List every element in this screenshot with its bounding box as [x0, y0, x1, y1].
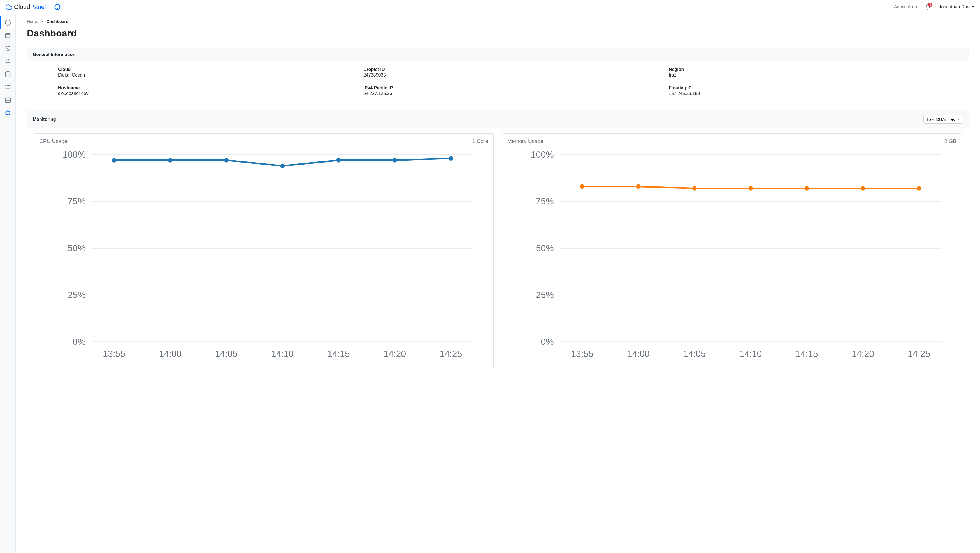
server-icon: [5, 97, 11, 103]
info-label: Cloud: [58, 67, 352, 72]
svg-text:14:20: 14:20: [383, 349, 406, 359]
info-grid: Cloud Digital Ocean Droplet ID 247389035…: [33, 67, 963, 96]
cloud-logo-icon: [6, 4, 12, 10]
chevron-down-icon: [972, 6, 974, 8]
svg-text:50%: 50%: [536, 243, 554, 253]
charts-row: CPU Usage 1 Core 0%25%50%75%100%13:5514:…: [33, 134, 963, 369]
sidebar-item-databases[interactable]: [0, 68, 16, 81]
svg-point-62: [748, 186, 753, 191]
chevron-down-icon: [957, 119, 959, 120]
info-item-floating-ip: Floating IP 157.245.23.183: [669, 86, 963, 96]
user-name: Johnathan Doe: [939, 5, 969, 10]
svg-point-59: [580, 184, 584, 189]
notification-badge: 0: [928, 3, 932, 7]
list-check-icon: [5, 84, 11, 90]
monitoring-body: CPU Usage 1 Core 0%25%50%75%100%13:5514:…: [27, 128, 969, 377]
svg-text:14:10: 14:10: [271, 349, 294, 359]
sidebar-item-cron[interactable]: [0, 81, 16, 94]
database-icon: [5, 71, 11, 77]
svg-point-39: [336, 158, 341, 163]
breadcrumb-home[interactable]: Home: [27, 19, 38, 24]
svg-rect-4: [5, 33, 10, 38]
svg-text:25%: 25%: [67, 290, 86, 300]
info-value: Digital Ocean: [58, 73, 352, 78]
general-info-body: Cloud Digital Ocean Droplet ID 247389035…: [27, 61, 969, 104]
monitoring-header: Monitoring Last 30 Minutes: [27, 111, 969, 128]
info-value: 157.245.23.183: [669, 91, 963, 96]
svg-text:50%: 50%: [67, 243, 86, 253]
user-menu[interactable]: Johnathan Doe: [939, 5, 974, 10]
info-label: Region: [669, 67, 963, 72]
svg-point-35: [112, 158, 116, 163]
topbar-left: CloudPanel: [6, 3, 61, 11]
svg-text:0%: 0%: [73, 336, 86, 347]
svg-point-61: [692, 186, 697, 191]
info-item-region: Region fra1: [669, 67, 963, 78]
breadcrumb: Home Dashboard: [27, 19, 969, 24]
svg-text:14:25: 14:25: [908, 349, 930, 359]
memory-chart-subtitle: 2 GB: [944, 138, 956, 144]
svg-text:14:20: 14:20: [852, 349, 874, 359]
digitalocean-logo-icon[interactable]: [54, 4, 61, 10]
logo[interactable]: CloudPanel: [6, 3, 46, 11]
svg-rect-2: [56, 9, 57, 10]
svg-point-64: [861, 186, 865, 191]
svg-point-38: [280, 164, 285, 168]
info-label: Hostname: [58, 86, 352, 91]
svg-point-6: [7, 59, 9, 61]
monitoring-card: Monitoring Last 30 Minutes CPU Usage 1 C…: [27, 111, 969, 377]
info-label: Floating IP: [669, 86, 963, 91]
general-info-header: General Information: [27, 48, 969, 61]
svg-rect-17: [6, 115, 7, 115]
info-value: cloudpanel-dev: [58, 91, 352, 96]
gauge-icon: [5, 20, 11, 26]
breadcrumb-current: Dashboard: [46, 19, 68, 24]
sidebar-item-sites[interactable]: [0, 29, 16, 42]
admin-area-link[interactable]: Admin Area: [894, 5, 917, 10]
svg-text:25%: 25%: [536, 290, 554, 300]
svg-point-65: [917, 186, 921, 191]
svg-point-60: [636, 184, 641, 189]
svg-point-41: [449, 156, 453, 161]
svg-point-7: [5, 72, 10, 73]
svg-text:14:15: 14:15: [328, 349, 350, 359]
sidebar-item-digitalocean[interactable]: [0, 107, 16, 120]
info-value: fra1: [669, 73, 963, 78]
layout: Home Dashboard Dashboard General Informa…: [0, 14, 980, 553]
logo-text: CloudPanel: [14, 3, 46, 11]
svg-text:14:05: 14:05: [683, 349, 706, 359]
info-label: IPv4 Public IP: [363, 86, 657, 91]
info-item-hostname: Hostname cloudpanel-dev: [58, 86, 352, 96]
sidebar-item-users[interactable]: [0, 55, 16, 68]
shield-icon: [5, 45, 11, 52]
svg-text:14:05: 14:05: [215, 349, 237, 359]
info-item-ipv4: IPv4 Public IP 64.227.125.26: [363, 86, 657, 96]
svg-text:14:10: 14:10: [739, 349, 762, 359]
logo-text-panel: Panel: [30, 3, 46, 10]
svg-text:0%: 0%: [541, 336, 554, 347]
svg-text:14:00: 14:00: [627, 349, 649, 359]
info-value: 247389035: [363, 73, 657, 78]
svg-rect-1: [57, 8, 58, 9]
sidebar-item-services[interactable]: [0, 94, 16, 107]
chevron-right-icon: [41, 19, 44, 24]
svg-point-36: [168, 158, 173, 163]
cpu-chart-card: CPU Usage 1 Core 0%25%50%75%100%13:5514:…: [34, 134, 494, 369]
page-title: Dashboard: [27, 28, 969, 42]
sidebar-item-security[interactable]: [0, 42, 16, 55]
divider: [50, 4, 50, 10]
info-value: 64.227.125.26: [363, 91, 657, 96]
notifications-button[interactable]: 0: [925, 4, 931, 10]
logo-text-cloud: Cloud: [14, 3, 30, 10]
svg-text:13:55: 13:55: [571, 349, 593, 359]
info-item-cloud: Cloud Digital Ocean: [58, 67, 352, 78]
sidebar-item-dashboard[interactable]: [0, 16, 16, 29]
cpu-chart-subtitle: 1 Core: [473, 138, 488, 144]
main-content: Home Dashboard Dashboard General Informa…: [16, 14, 980, 553]
svg-rect-16: [7, 113, 8, 115]
digitalocean-icon: [5, 110, 11, 116]
time-range-dropdown[interactable]: Last 30 Minutes: [923, 115, 963, 124]
svg-text:14:00: 14:00: [159, 349, 181, 359]
monitoring-title: Monitoring: [33, 117, 56, 122]
memory-chart-card: Memory Usage 2 GB 0%25%50%75%100%13:5514…: [502, 134, 962, 369]
